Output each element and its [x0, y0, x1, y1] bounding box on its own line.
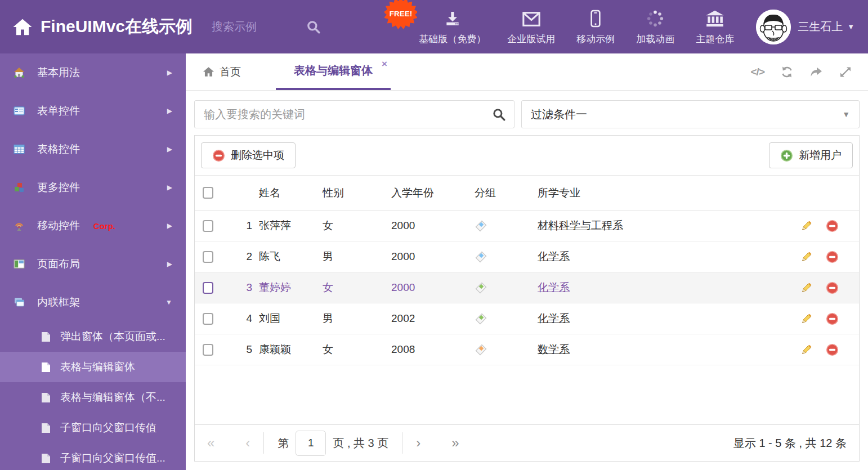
sidebar-subitem-grid-edit-window[interactable]: 表格与编辑窗体 [0, 352, 186, 382]
home-icon [203, 66, 214, 78]
close-icon[interactable]: × [382, 59, 387, 69]
nav-mobile-demo[interactable]: 移动示例 [566, 8, 625, 46]
sidebar-item-form-controls[interactable]: 表单控件 ▶ [0, 92, 186, 130]
cell-name: 董婷婷 [252, 280, 323, 295]
row-checkbox[interactable] [203, 251, 213, 263]
delete-row-icon[interactable] [826, 220, 839, 232]
mobile-icon [590, 8, 601, 28]
sidebar-item-basic-usage[interactable]: 基本用法 ▶ [0, 53, 186, 92]
nav-label: 基础版（免费） [419, 33, 486, 46]
sidebar-item-more-controls[interactable]: 更多控件 ▶ [0, 168, 186, 207]
filter-row: 过滤条件一 ▼ [186, 91, 868, 128]
delete-row-icon[interactable] [826, 343, 839, 356]
edit-pencil-icon[interactable] [800, 343, 813, 356]
sidebar-subitem-grid-edit-window-2[interactable]: 表格与编辑窗体（不... [0, 382, 186, 413]
edit-pencil-icon[interactable] [800, 281, 813, 294]
keyword-search-input[interactable] [195, 108, 514, 121]
prev-page-button[interactable]: ‹ [245, 435, 250, 451]
search-icon[interactable] [492, 108, 506, 122]
layout-icon [14, 258, 25, 270]
chevron-right-icon: ▶ [167, 183, 172, 191]
tag-icon [475, 281, 487, 294]
tag-icon [475, 312, 487, 325]
major-link[interactable]: 化学系 [538, 281, 570, 293]
major-link[interactable]: 材料科学与工程系 [538, 220, 623, 231]
sidebar-subitem-child-to-parent[interactable]: 子窗口向父窗口传值 [0, 413, 186, 443]
add-user-label: 新增用户 [799, 148, 842, 163]
table-row-selected: 3 董婷婷 女 2000 化学系 [195, 272, 859, 303]
source-code-icon[interactable]: </> [751, 66, 764, 78]
delete-selected-button[interactable]: 删除选中项 [201, 142, 296, 168]
sidebar-subitem-label: 表格与编辑窗体 [60, 360, 135, 374]
user-name[interactable]: 三生石上 [798, 19, 843, 34]
tab-tools: </> [751, 53, 868, 90]
first-page-button[interactable]: « [207, 435, 214, 451]
row-checkbox[interactable] [203, 220, 213, 232]
nav-loading-animation[interactable]: 加载动画 [625, 8, 685, 46]
download-icon [444, 8, 462, 28]
column-header-gender[interactable]: 性别 [323, 186, 391, 200]
header-search-input[interactable] [212, 20, 302, 33]
grid-empty-area [195, 365, 859, 424]
home-icon[interactable] [12, 17, 33, 37]
edit-pencil-icon[interactable] [800, 312, 813, 325]
chevron-right-icon: ▶ [167, 260, 172, 268]
expand-icon[interactable] [839, 65, 852, 79]
nav-basic-free[interactable]: FREE! 基础版（免费） [408, 8, 496, 46]
tab-home-label: 首页 [220, 65, 241, 79]
sidebar-item-mobile-controls[interactable]: 移动控件 Corp. ▶ [0, 207, 186, 245]
chevron-down-icon[interactable]: ▼ [847, 23, 854, 31]
tab-active-label: 表格与编辑窗体 [294, 63, 373, 78]
frames-icon [14, 297, 25, 308]
major-link[interactable]: 化学系 [538, 250, 570, 262]
last-page-button[interactable]: » [451, 435, 459, 451]
table-row: 1 张萍萍 女 2000 材料科学与工程系 [195, 211, 859, 241]
sidebar-item-page-layout[interactable]: 页面布局 ▶ [0, 245, 186, 283]
tab-home[interactable]: 首页 [203, 53, 241, 90]
tab-grid-edit-window[interactable]: 表格与编辑窗体 × [276, 53, 391, 90]
sidebar-subitem-child-to-parent-2[interactable]: 子窗口向父窗口传值... [0, 443, 186, 470]
edit-pencil-icon[interactable] [800, 250, 813, 263]
nav-enterprise-trial[interactable]: 企业版试用 [496, 8, 566, 46]
file-icon [41, 362, 51, 373]
cell-gender: 女 [323, 342, 391, 357]
refresh-icon[interactable] [780, 65, 794, 79]
row-number: 1 [221, 220, 252, 232]
column-header-major[interactable]: 所学专业 [538, 186, 775, 200]
table-icon [14, 144, 25, 155]
sidebar-item-iframe[interactable]: 内联框架 ▼ [0, 283, 186, 321]
delete-row-icon[interactable] [826, 250, 839, 263]
search-icon[interactable] [306, 20, 321, 34]
major-link[interactable]: 化学系 [538, 312, 570, 324]
row-checkbox[interactable] [203, 313, 213, 325]
share-icon[interactable] [809, 65, 823, 79]
cell-year: 2002 [391, 312, 475, 325]
column-header-year[interactable]: 入学年份 [391, 186, 475, 200]
select-all-checkbox[interactable] [203, 187, 213, 199]
user-avatar[interactable] [756, 10, 791, 44]
delete-row-icon[interactable] [826, 281, 839, 294]
edit-pencil-icon[interactable] [800, 220, 813, 232]
page-prefix-label: 第 [278, 436, 289, 451]
row-number: 5 [221, 343, 252, 356]
tag-icon [475, 343, 487, 356]
add-user-button[interactable]: 新增用户 [769, 142, 853, 168]
chevron-right-icon: ▶ [167, 107, 172, 115]
column-header-name[interactable]: 姓名 [252, 186, 323, 200]
sidebar-item-grid-controls[interactable]: 表格控件 ▶ [0, 130, 186, 168]
nav-label: 企业版试用 [507, 33, 555, 46]
filter-condition-select[interactable]: 过滤条件一 ▼ [521, 100, 860, 128]
table-row: 4 刘国 男 2002 化学系 [195, 303, 859, 334]
delete-row-icon[interactable] [826, 312, 839, 325]
cell-gender: 女 [323, 218, 391, 233]
page-number-input[interactable] [296, 431, 326, 456]
file-icon [41, 453, 51, 464]
table-row: 2 陈飞 男 2000 化学系 [195, 241, 859, 272]
row-checkbox[interactable] [203, 282, 213, 294]
nav-theme-repo[interactable]: 主题仓库 [685, 8, 745, 46]
row-checkbox[interactable] [203, 344, 213, 356]
column-header-group[interactable]: 分组 [475, 186, 538, 200]
sidebar-subitem-popup-window[interactable]: 弹出窗体（本页面或... [0, 321, 186, 352]
major-link[interactable]: 数学系 [538, 343, 570, 355]
next-page-button[interactable]: › [416, 435, 420, 451]
